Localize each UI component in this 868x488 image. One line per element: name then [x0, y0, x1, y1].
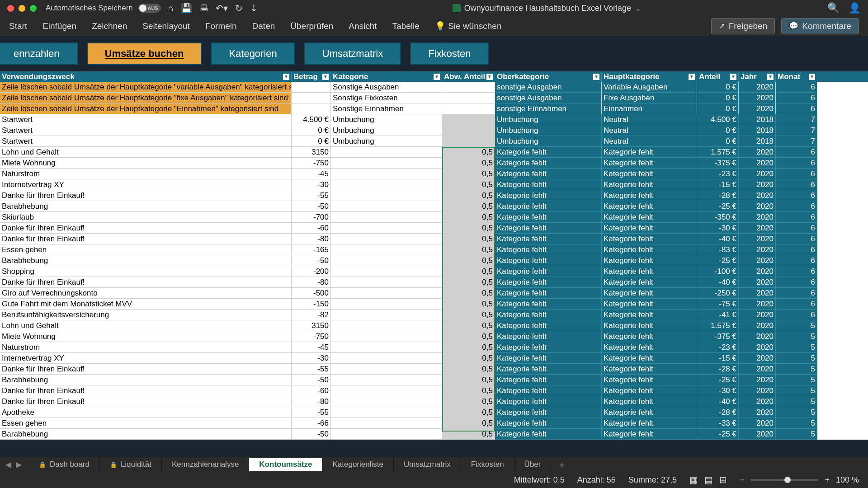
cell-oberkat[interactable]: Umbuchung: [495, 136, 602, 147]
cell-monat[interactable]: 7: [776, 114, 817, 125]
cell-monat[interactable]: 6: [776, 299, 817, 310]
cell-monat[interactable]: 6: [776, 93, 817, 103]
cell-betrag[interactable]: -45: [292, 169, 331, 179]
cell-kategorie[interactable]: [331, 299, 442, 310]
table-row[interactable]: Miete Wohnung-7500,5Kategorie fehltKateg…: [0, 158, 868, 169]
cell-kategorie[interactable]: Umbuchung: [331, 125, 442, 136]
cell-kategorie[interactable]: Umbuchung: [331, 136, 442, 147]
cell-kategorie[interactable]: [331, 147, 442, 158]
table-row[interactable]: Berufsunfähigkeitsversicherung-820,5Kate…: [0, 310, 868, 320]
cell-monat[interactable]: 5: [776, 353, 817, 364]
table-row[interactable]: Shopping-2000,5Kategorie fehltKategorie …: [0, 266, 868, 277]
comments-button[interactable]: 💬 Kommentare: [781, 18, 859, 34]
sheet-next-icon[interactable]: ▶: [16, 460, 22, 469]
cell-verwend[interactable]: Gute Fahrt mit dem Monatsticket MVV: [0, 299, 292, 310]
cell-kategorie[interactable]: [331, 418, 442, 429]
cell-oberkat[interactable]: sonstige Ausgaben: [495, 93, 602, 103]
table-row[interactable]: Naturstrom-450,5Kategorie fehltKategorie…: [0, 169, 868, 179]
cell-oberkat[interactable]: Kategorie fehlt: [495, 234, 602, 244]
cell-abw[interactable]: 0,5: [442, 396, 495, 407]
header-betrag[interactable]: Betrag▼: [292, 72, 331, 81]
cell-jahr[interactable]: 2020: [739, 190, 776, 201]
cell-verwend[interactable]: Danke für Ihren Einkauf!: [0, 190, 292, 201]
cell-verwend[interactable]: Essen gehen: [0, 418, 292, 429]
cell-betrag[interactable]: -60: [292, 385, 331, 396]
cell-betrag[interactable]: -80: [292, 277, 331, 288]
cell-kategorie[interactable]: [331, 179, 442, 190]
cell-oberkat[interactable]: Kategorie fehlt: [495, 353, 602, 364]
cell-hauptkat[interactable]: Kategorie fehlt: [602, 375, 697, 385]
header-verwendungszweck[interactable]: Verwendungszweck▼: [0, 72, 292, 81]
cell-verwend[interactable]: Zeile löschen sobald Umsätze der Hauptka…: [0, 93, 292, 103]
cell-hauptkat[interactable]: Fixe Ausgaben: [602, 93, 697, 103]
sheet-prev-icon[interactable]: ◀: [5, 460, 11, 469]
cell-jahr[interactable]: 2020: [739, 385, 776, 396]
cell-anteil[interactable]: 0 €: [697, 125, 739, 136]
cell-monat[interactable]: 5: [776, 418, 817, 429]
cell-betrag[interactable]: -30: [292, 179, 331, 190]
cell-hauptkat[interactable]: Kategorie fehlt: [602, 353, 697, 364]
search-icon[interactable]: 🔍: [827, 2, 840, 14]
cell-abw[interactable]: [442, 103, 495, 114]
cell-jahr[interactable]: 2020: [739, 103, 776, 114]
cell-betrag[interactable]: [292, 93, 331, 103]
cell-hauptkat[interactable]: Kategorie fehlt: [602, 396, 697, 407]
cell-jahr[interactable]: 2020: [739, 364, 776, 375]
cell-anteil[interactable]: -33 €: [697, 418, 739, 429]
cell-monat[interactable]: 5: [776, 331, 817, 342]
cell-hauptkat[interactable]: Kategorie fehlt: [602, 158, 697, 169]
cell-betrag[interactable]: 0 €: [292, 136, 331, 147]
cell-betrag[interactable]: -55: [292, 364, 331, 375]
more-icon[interactable]: ⇣: [250, 3, 258, 14]
cell-verwend[interactable]: Danke für Ihren Einkauf!: [0, 223, 292, 234]
cell-verwend[interactable]: Naturstrom: [0, 342, 292, 353]
cell-kategorie[interactable]: [331, 212, 442, 223]
cell-kategorie[interactable]: [331, 429, 442, 440]
cell-betrag[interactable]: -45: [292, 342, 331, 353]
cell-anteil[interactable]: -28 €: [697, 190, 739, 201]
cell-jahr[interactable]: 2020: [739, 223, 776, 234]
cell-hauptkat[interactable]: Kategorie fehlt: [602, 266, 697, 277]
cell-abw[interactable]: [442, 114, 495, 125]
cell-jahr[interactable]: 2020: [739, 169, 776, 179]
cell-verwend[interactable]: Essen gehen: [0, 244, 292, 255]
cell-abw[interactable]: 0,5: [442, 234, 495, 244]
sheet-tab[interactable]: Kennzahlenanalyse: [162, 458, 249, 471]
cell-anteil[interactable]: -28 €: [697, 364, 739, 375]
cell-abw[interactable]: 0,5: [442, 407, 495, 418]
table-row[interactable]: Startwert0 €UmbuchungUmbuchungNeutral0 €…: [0, 125, 868, 136]
cell-oberkat[interactable]: Kategorie fehlt: [495, 244, 602, 255]
cell-monat[interactable]: 5: [776, 407, 817, 418]
table-row[interactable]: Essen gehen-660,5Kategorie fehltKategori…: [0, 418, 868, 429]
cell-jahr[interactable]: 2020: [739, 299, 776, 310]
table-row[interactable]: Essen gehen-1650,5Kategorie fehltKategor…: [0, 244, 868, 255]
cell-abw[interactable]: 0,5: [442, 244, 495, 255]
cell-oberkat[interactable]: Kategorie fehlt: [495, 310, 602, 320]
cell-abw[interactable]: 0,5: [442, 429, 495, 440]
cell-kategorie[interactable]: Umbuchung: [331, 114, 442, 125]
cell-verwend[interactable]: Danke für Ihren Einkauf!: [0, 385, 292, 396]
zoom-out-icon[interactable]: −: [740, 475, 745, 485]
cell-kategorie[interactable]: [331, 331, 442, 342]
cell-anteil[interactable]: -25 €: [697, 429, 739, 440]
table-row[interactable]: Barabhebung-500,5Kategorie fehltKategori…: [0, 201, 868, 212]
cell-jahr[interactable]: 2020: [739, 429, 776, 440]
table-row[interactable]: Internetvertrag XY-300,5Kategorie fehltK…: [0, 179, 868, 190]
cell-jahr[interactable]: 2020: [739, 158, 776, 169]
cell-monat[interactable]: 6: [776, 234, 817, 244]
tab-view[interactable]: Ansicht: [349, 21, 377, 31]
cell-betrag[interactable]: -750: [292, 331, 331, 342]
cell-verwend[interactable]: Lohn und Gehalt: [0, 147, 292, 158]
cell-monat[interactable]: 7: [776, 136, 817, 147]
cell-betrag[interactable]: -50: [292, 429, 331, 440]
cell-monat[interactable]: 6: [776, 212, 817, 223]
cell-betrag[interactable]: 3150: [292, 147, 331, 158]
cell-monat[interactable]: 7: [776, 125, 817, 136]
zoom-in-icon[interactable]: +: [825, 475, 830, 485]
cell-abw[interactable]: 0,5: [442, 147, 495, 158]
table-row[interactable]: Danke für Ihren Einkauf!-550,5Kategorie …: [0, 190, 868, 201]
cell-hauptkat[interactable]: Kategorie fehlt: [602, 201, 697, 212]
cell-jahr[interactable]: 2020: [739, 310, 776, 320]
cell-verwend[interactable]: Skiurlaub: [0, 212, 292, 223]
sheet-tab[interactable]: 🔒Liquidität: [100, 458, 162, 471]
